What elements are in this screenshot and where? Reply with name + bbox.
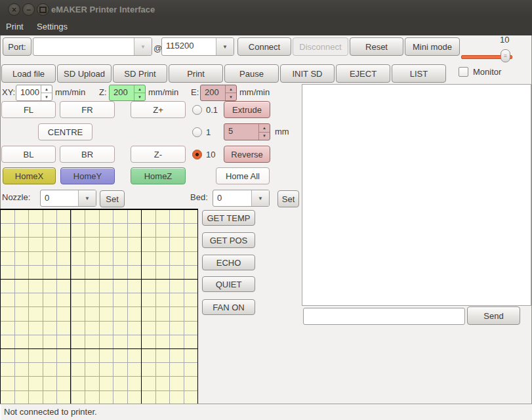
port-label-button[interactable]: Port: — [3, 37, 31, 56]
chevron-down-icon[interactable]: ▼ — [251, 190, 269, 206]
mini-mode-button[interactable]: Mini mode — [405, 37, 460, 56]
home-all-button[interactable]: Home All — [216, 167, 270, 184]
get-pos-button[interactable]: GET POS — [202, 232, 255, 248]
z-feed-unit: mm/min — [148, 87, 178, 97]
titlebar: × − eMAKER Printer Interface Print Setti… — [0, 0, 532, 35]
xy-feed-label: XY: — [2, 87, 15, 97]
send-button[interactable]: Send — [467, 306, 520, 325]
monitor-label: Monitor — [473, 67, 501, 77]
jog-centre-button[interactable]: CENTRE — [38, 123, 92, 140]
z-feed-value[interactable]: 200 — [110, 85, 134, 100]
bed-label: Bed: — [190, 192, 208, 202]
chevron-down-icon[interactable]: ▼ — [134, 38, 152, 55]
step-10-label: 10 — [206, 150, 215, 159]
e-feed-value[interactable]: 200 — [201, 85, 225, 100]
nozzle-temp-combobox[interactable]: 0 ▼ — [40, 190, 96, 207]
minimize-icon: − — [26, 6, 31, 14]
spinner-arrows[interactable]: ▲▼ — [225, 85, 236, 100]
jog-fl-button[interactable]: FL — [1, 101, 56, 118]
spin-down-icon[interactable]: ▼ — [41, 93, 52, 100]
z-feed-spinner[interactable]: 200 ▲▼ — [109, 85, 146, 101]
home-z-button[interactable]: HomeZ — [131, 167, 186, 184]
app-window: × − eMAKER Printer Interface Print Setti… — [0, 0, 532, 420]
spinner-arrows[interactable]: ▲▼ — [41, 85, 52, 100]
spin-down-icon[interactable]: ▼ — [134, 93, 145, 100]
minimize-button[interactable]: − — [22, 3, 35, 16]
reset-button[interactable]: Reset — [350, 37, 403, 56]
maximize-button[interactable] — [37, 3, 49, 16]
nozzle-temp-value[interactable]: 0 — [41, 190, 78, 206]
bed-set-button[interactable]: Set — [277, 190, 299, 207]
echo-button[interactable]: ECHO — [202, 255, 255, 270]
xy-feed-value[interactable]: 1000 — [16, 85, 41, 100]
init-sd-button[interactable]: INIT SD — [280, 64, 335, 83]
build-plate-grid[interactable] — [0, 209, 198, 404]
list-button[interactable]: LIST — [392, 64, 446, 83]
close-icon: × — [12, 6, 16, 14]
maximize-icon — [39, 7, 47, 13]
jog-bl-button[interactable]: BL — [1, 146, 56, 163]
step-1-radio[interactable] — [192, 127, 202, 137]
nozzle-set-button[interactable]: Set — [100, 190, 125, 207]
xy-feed-unit: mm/min — [55, 87, 85, 97]
log-slider-value: 10 — [500, 35, 509, 45]
jog-fr-button[interactable]: FR — [60, 101, 115, 118]
extrude-amount-unit: mm — [275, 127, 289, 136]
reverse-button[interactable]: Reverse — [224, 146, 270, 163]
spinner-arrows[interactable]: ▲▼ — [258, 124, 270, 140]
console-log[interactable] — [302, 84, 531, 306]
pause-button[interactable]: Pause — [224, 64, 279, 83]
spinner-arrows[interactable]: ▲▼ — [134, 85, 145, 100]
connect-button[interactable]: Connect — [237, 37, 291, 56]
sd-print-button[interactable]: SD Print — [113, 64, 167, 83]
e-feed-spinner[interactable]: 200 ▲▼ — [200, 85, 237, 101]
close-button[interactable]: × — [8, 3, 20, 16]
e-feed-unit: mm/min — [239, 87, 270, 97]
quiet-button[interactable]: QUIET — [202, 276, 255, 292]
jog-z-minus-button[interactable]: Z- — [131, 146, 186, 163]
load-file-button[interactable]: Load file — [1, 64, 56, 83]
bed-temp-value[interactable]: 0 — [213, 190, 251, 206]
spin-up-icon[interactable]: ▲ — [134, 85, 145, 93]
home-y-button[interactable]: HomeY — [60, 167, 115, 184]
get-temp-button[interactable]: GET TEMP — [202, 210, 255, 226]
spin-up-icon[interactable]: ▲ — [226, 85, 236, 93]
extrude-amount-value[interactable]: 5 — [224, 124, 258, 140]
baudrate-value[interactable]: 115200 — [162, 38, 216, 55]
port-combobox[interactable]: ▼ — [33, 37, 152, 56]
baudrate-combobox[interactable]: 115200 ▼ — [161, 37, 234, 56]
spin-up-icon[interactable]: ▲ — [259, 124, 270, 133]
chevron-down-icon[interactable]: ▼ — [216, 38, 234, 55]
spin-down-icon[interactable]: ▼ — [259, 133, 270, 140]
z-feed-label: Z: — [99, 87, 107, 97]
spin-down-icon[interactable]: ▼ — [226, 93, 236, 100]
fan-on-button[interactable]: FAN ON — [202, 299, 255, 315]
home-x-button[interactable]: HomeX — [3, 167, 56, 184]
xy-feed-spinner[interactable]: 1000 ▲▼ — [16, 85, 52, 101]
spin-up-icon[interactable]: ▲ — [41, 85, 52, 93]
eject-button[interactable]: EJECT — [336, 64, 390, 83]
step-10-radio[interactable] — [192, 150, 202, 159]
e-feed-label: E: — [191, 87, 199, 97]
jog-z-plus-button[interactable]: Z+ — [131, 101, 186, 118]
extrude-amount-spinner[interactable]: 5 ▲▼ — [224, 123, 270, 140]
status-text: Not connected to printer. — [4, 407, 97, 417]
log-slider-handle[interactable]: ≡ — [501, 49, 510, 62]
port-combobox-value[interactable] — [33, 38, 134, 55]
monitor-checkbox[interactable] — [459, 67, 468, 77]
menu-print[interactable]: Print — [6, 22, 24, 32]
jog-br-button[interactable]: BR — [60, 146, 115, 163]
command-input[interactable] — [303, 308, 465, 325]
extrude-button[interactable]: Extrude — [224, 101, 270, 118]
grip-icon: ≡ — [504, 53, 507, 59]
bed-temp-combobox[interactable]: 0 ▼ — [213, 190, 270, 207]
print-button[interactable]: Print — [169, 64, 223, 83]
step-0.1-label: 0.1 — [206, 105, 218, 115]
status-bar: Not connected to printer. — [0, 404, 532, 420]
disconnect-button: Disconnect — [293, 37, 348, 56]
step-0.1-radio[interactable] — [192, 105, 202, 115]
nozzle-label: Nozzle: — [2, 192, 30, 202]
menu-settings[interactable]: Settings — [37, 22, 68, 32]
chevron-down-icon[interactable]: ▼ — [78, 190, 96, 206]
sd-upload-button[interactable]: SD Upload — [57, 64, 112, 83]
